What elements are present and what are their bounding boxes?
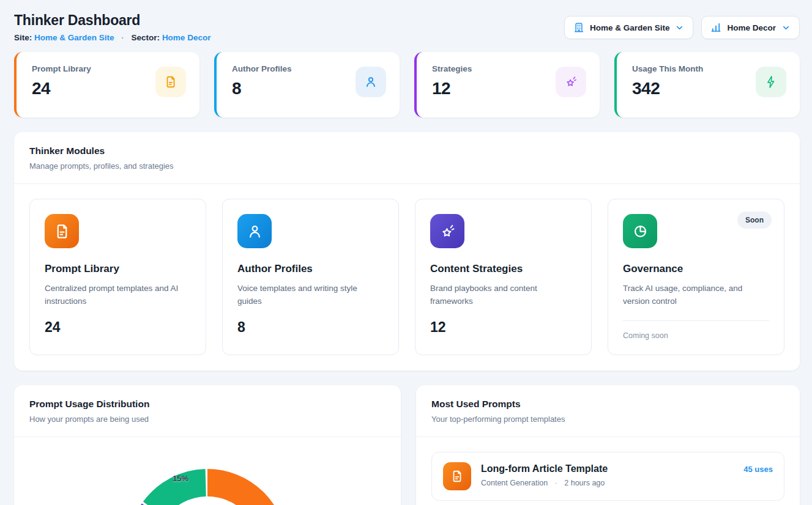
- modules-grid: Prompt Library Centralized prompt templa…: [14, 184, 800, 370]
- building-icon: [573, 22, 584, 33]
- modules-panel: Thinker Modules Manage prompts, profiles…: [14, 132, 800, 370]
- donut-chart: 15%: [14, 437, 401, 505]
- module-description: Track AI usage, compliance, and version …: [623, 282, 769, 308]
- bar-chart-icon: [710, 22, 721, 33]
- modules-panel-subtitle: Manage prompts, profiles, and strategies: [29, 161, 784, 171]
- module-card-content-strategies[interactable]: Content Strategies Brand playbooks and c…: [415, 199, 592, 355]
- header-actions: Home & Garden Site Home Decor: [564, 16, 800, 39]
- sector-selector-button[interactable]: Home Decor: [701, 16, 800, 39]
- module-count: 24: [45, 319, 191, 336]
- site-label: Site:: [14, 33, 32, 42]
- page-title: Thinker Dashboard: [14, 12, 210, 29]
- stats-row: Prompt Library 24 Author Profiles 8 Stra…: [14, 52, 800, 117]
- module-description: Centralized prompt templates and AI inst…: [45, 282, 191, 308]
- site-link[interactable]: Home & Garden Site: [34, 33, 114, 42]
- module-count: 12: [430, 319, 576, 336]
- sparkle-star-icon: [556, 67, 586, 97]
- breadcrumb: Site: Home & Garden Site · Sector: Home …: [14, 33, 210, 42]
- chevron-down-icon: [781, 23, 791, 32]
- prompt-meta: Content Generation · 2 hours ago: [481, 479, 608, 487]
- stat-value: 342: [632, 79, 703, 98]
- module-count: 8: [237, 319, 384, 336]
- page-header: Thinker Dashboard Site: Home & Garden Si…: [14, 12, 800, 42]
- chevron-down-icon: [675, 23, 684, 32]
- document-icon: [45, 214, 79, 248]
- module-title: Content Strategies: [430, 263, 576, 275]
- prompt-category: Content Generation: [481, 479, 548, 487]
- sector-selector-label: Home Decor: [727, 23, 776, 32]
- document-icon: [443, 462, 471, 490]
- prompts-panel-title: Most Used Prompts: [431, 399, 784, 410]
- module-card-author-profiles[interactable]: Author Profiles Voice templates and writ…: [222, 199, 399, 355]
- stat-value: 12: [432, 79, 472, 98]
- divider: [623, 320, 769, 321]
- module-description: Voice templates and writing style guides: [237, 282, 384, 308]
- site-selector-button[interactable]: Home & Garden Site: [564, 16, 694, 39]
- prompt-title: Long-form Article Template: [481, 463, 608, 474]
- module-title: Prompt Library: [45, 263, 191, 275]
- stat-label: Strategies: [432, 64, 472, 73]
- breadcrumb-separator: ·: [121, 33, 124, 42]
- prompt-list: Long-form Article Template Content Gener…: [416, 437, 800, 505]
- user-icon: [237, 214, 272, 248]
- stat-label: Usage This Month: [632, 64, 703, 73]
- header-titles: Thinker Dashboard Site: Home & Garden Si…: [14, 12, 210, 42]
- bottom-row: Prompt Usage Distribution How your promp…: [14, 370, 800, 505]
- stat-card-author-profiles[interactable]: Author Profiles 8: [214, 52, 400, 117]
- module-title: Author Profiles: [237, 263, 384, 275]
- user-icon: [356, 67, 386, 97]
- dashboard-page: Thinker Dashboard Site: Home & Garden Si…: [0, 0, 812, 505]
- pie-slice-label: 15%: [173, 473, 188, 482]
- sparkle-star-icon: [430, 214, 464, 248]
- stat-label: Author Profiles: [232, 64, 292, 73]
- stat-card-usage[interactable]: Usage This Month 342: [614, 52, 800, 117]
- document-icon: [155, 67, 186, 97]
- prompts-panel-subtitle: Your top-performing prompt templates: [431, 415, 784, 424]
- module-card-prompt-library[interactable]: Prompt Library Centralized prompt templa…: [29, 199, 206, 355]
- usage-distribution-panel: Prompt Usage Distribution How your promp…: [14, 385, 401, 505]
- soon-badge: Soon: [737, 212, 772, 229]
- pie-chart-icon: [623, 214, 657, 248]
- modules-panel-title: Thinker Modules: [29, 146, 784, 157]
- sector-label: Sector:: [132, 33, 160, 42]
- module-title: Governance: [623, 263, 769, 275]
- stat-label: Prompt Library: [32, 64, 91, 73]
- site-selector-label: Home & Garden Site: [590, 23, 670, 32]
- module-footer: Coming soon: [623, 331, 769, 340]
- stat-card-prompt-library[interactable]: Prompt Library 24: [14, 52, 199, 117]
- module-description: Brand playbooks and content frameworks: [430, 282, 576, 308]
- donut-chart-svg: [14, 437, 401, 505]
- lightning-icon: [756, 67, 786, 97]
- stat-value: 24: [32, 79, 91, 98]
- prompt-list-item[interactable]: Long-form Article Template Content Gener…: [431, 452, 784, 501]
- module-card-governance[interactable]: Soon Governance Track AI usage, complian…: [608, 199, 784, 355]
- stat-card-strategies[interactable]: Strategies 12: [414, 52, 600, 117]
- usage-panel-subtitle: How your prompts are being used: [29, 415, 386, 424]
- most-used-prompts-panel: Most Used Prompts Your top-performing pr…: [416, 385, 800, 505]
- sector-link[interactable]: Home Decor: [162, 33, 211, 42]
- prompt-time: 2 hours ago: [564, 479, 605, 487]
- usage-panel-title: Prompt Usage Distribution: [29, 399, 386, 410]
- stat-value: 8: [232, 79, 292, 98]
- prompt-uses-badge: 45 uses: [743, 465, 773, 474]
- meta-separator: ·: [555, 479, 557, 487]
